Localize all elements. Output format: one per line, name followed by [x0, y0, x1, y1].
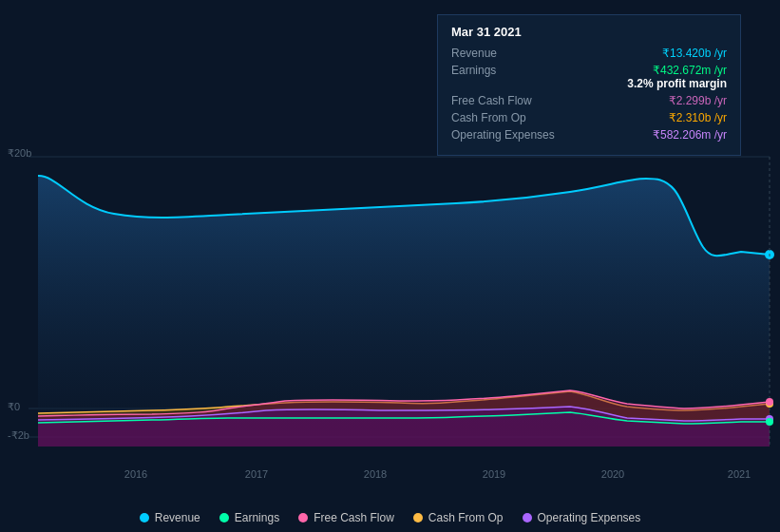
x-label-2017: 2017	[245, 468, 268, 480]
x-label-2019: 2019	[483, 468, 505, 480]
tooltip-cashfromop-row: Cash From Op ₹2.310b /yr	[451, 111, 727, 124]
tooltip-opex-value: ₹582.206m /yr	[653, 128, 727, 142]
legend-opex-label: Operating Expenses	[538, 511, 641, 524]
y-label-neg2b: -₹2b	[8, 429, 29, 442]
y-label-0: ₹0	[8, 401, 20, 413]
tooltip-earnings-value: ₹432.672m /yr	[653, 64, 727, 77]
tooltip-cashfromop-label: Cash From Op	[451, 111, 565, 124]
legend-cashfromop: Cash From Op	[413, 511, 504, 524]
legend-cashfromop-dot	[413, 513, 423, 522]
tooltip-opex-label: Operating Expenses	[451, 128, 565, 142]
tooltip-fcf-row: Free Cash Flow ₹2.299b /yr	[451, 94, 727, 107]
svg-point-7	[766, 398, 773, 406]
tooltip-revenue-value: ₹13.420b /yr	[662, 47, 727, 60]
legend-opex: Operating Expenses	[523, 511, 641, 524]
tooltip-fcf-label: Free Cash Flow	[451, 94, 565, 107]
legend-earnings-dot	[219, 513, 229, 522]
legend-revenue-dot	[140, 513, 149, 522]
legend-earnings-label: Earnings	[235, 511, 279, 524]
data-tooltip: Mar 31 2021 Revenue ₹13.420b /yr Earning…	[437, 14, 741, 156]
legend-fcf: Free Cash Flow	[298, 511, 394, 524]
x-label-2020: 2020	[601, 468, 624, 480]
legend-revenue: Revenue	[140, 511, 200, 524]
tooltip-revenue-label: Revenue	[451, 47, 565, 60]
legend-fcf-label: Free Cash Flow	[314, 511, 394, 524]
tooltip-earnings-label: Earnings	[451, 64, 565, 77]
x-label-2021: 2021	[728, 468, 751, 480]
tooltip-title: Mar 31 2021	[451, 25, 727, 39]
legend-cashfromop-label: Cash From Op	[428, 511, 504, 524]
legend-earnings: Earnings	[219, 511, 279, 524]
tooltip-revenue-row: Revenue ₹13.420b /yr	[451, 47, 727, 60]
x-label-2018: 2018	[364, 468, 387, 480]
svg-point-9	[766, 418, 773, 426]
tooltip-fcf-value: ₹2.299b /yr	[669, 94, 727, 107]
tooltip-profit-margin: 3.2% profit margin	[627, 77, 727, 90]
legend-opex-dot	[523, 513, 532, 522]
chart-legend: Revenue Earnings Free Cash Flow Cash Fro…	[0, 511, 780, 524]
legend-fcf-dot	[298, 513, 308, 522]
legend-revenue-label: Revenue	[155, 511, 200, 524]
x-label-2016: 2016	[124, 468, 147, 480]
y-label-20b: ₹20b	[8, 147, 31, 160]
tooltip-opex-row: Operating Expenses ₹582.206m /yr	[451, 128, 727, 142]
tooltip-cashfromop-value: ₹2.310b /yr	[669, 111, 727, 124]
tooltip-earnings-row: Earnings ₹432.672m /yr 3.2% profit margi…	[451, 64, 727, 90]
